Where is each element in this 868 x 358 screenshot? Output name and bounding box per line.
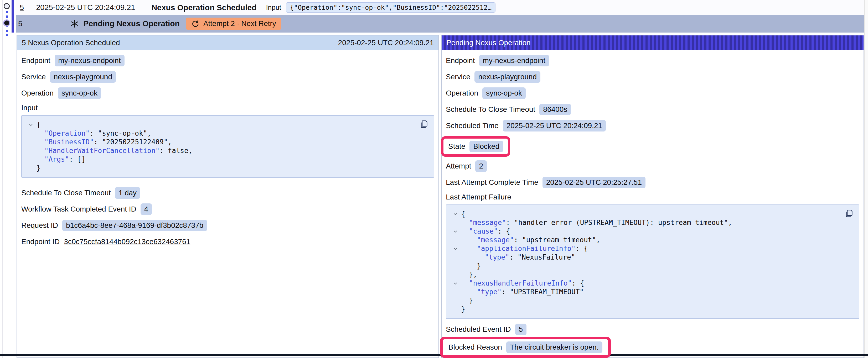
field-value-badge: b1c6a4bc-8ee7-468a-9169-df3b02c8737b — [62, 220, 207, 231]
retry-status-badge: Attempt 2 · Next Retry — [186, 18, 281, 30]
copy-button[interactable] — [420, 120, 429, 129]
workflow-history-window: 5 2025-02-25 UTC 20:24:09.21 Nexus Opera… — [0, 0, 868, 358]
failure-json-viewer: {"message": "handler error (UPSTREAM_TIM… — [446, 204, 859, 319]
json-line: "applicationFailureInfo": { — [450, 245, 840, 253]
state-highlight-annotation: State Blocked — [441, 136, 510, 157]
event-id-link[interactable]: 5 — [18, 20, 22, 28]
collapse-chevron-icon[interactable] — [450, 279, 461, 288]
collapse-chevron-icon[interactable] — [450, 245, 461, 253]
field-schedule-to-close-timeout: Schedule To Close Timeout 1 day — [21, 187, 434, 199]
field-label: Operation — [21, 89, 54, 97]
retry-badge-label: Attempt 2 · Next Retry — [203, 20, 276, 28]
field-operation: Operation sync-op-ok — [446, 88, 859, 99]
json-line: }, — [450, 270, 840, 279]
field-label: Schedule To Close Timeout — [21, 189, 111, 197]
window-bottom-edge-line — [0, 354, 868, 356]
field-label: Service — [21, 73, 46, 81]
json-line: "type": "UPSTREAM_TIMEOUT" — [450, 288, 840, 296]
scheduled-panel-title: 5 Nexus Operation Scheduled — [22, 39, 120, 47]
pending-panel-title: Pending Nexus Operation — [446, 39, 531, 47]
input-label: Input — [266, 3, 281, 11]
field-endpoint-id: Endpoint ID 3c0c75ccfa8144b092c13ce63246… — [21, 236, 434, 248]
endpoint-id-link[interactable]: 3c0c75ccfa8144b092c13ce632463761 — [64, 237, 190, 246]
event-timestamp: 2025-02-25 UTC 20:24:09.21 — [36, 3, 135, 12]
collapse-chevron-icon[interactable] — [25, 121, 36, 129]
copy-icon — [420, 120, 429, 129]
copy-button[interactable] — [845, 209, 854, 218]
field-service: Service nexus-playground — [446, 71, 859, 83]
field-endpoint: Endpoint my-nexus-endpoint — [21, 55, 434, 66]
copy-icon — [845, 209, 854, 218]
collapse-chevron-icon[interactable] — [450, 210, 461, 218]
field-value-badge: 5 — [515, 324, 527, 335]
scheduled-panel-timestamp: 2025-02-25 UTC 20:24:09.21 — [338, 39, 434, 47]
json-line-gutter — [25, 147, 36, 155]
json-line: "BusinessID": "20250225122409", — [25, 138, 415, 147]
json-line: { — [25, 121, 415, 129]
json-line-gutter — [450, 218, 461, 227]
json-line: } — [450, 305, 840, 314]
field-label: State — [448, 142, 465, 151]
field-operation: Operation sync-op-ok — [21, 88, 434, 99]
input-preview-pill[interactable]: {"Operation":"sync-op-ok","BusinessID":"… — [286, 2, 495, 12]
field-value-badge: 2 — [475, 160, 487, 172]
json-line: "nexusHandlerFailureInfo": { — [450, 279, 840, 288]
field-label: Endpoint ID — [21, 237, 60, 246]
input-section-label: Input — [21, 104, 434, 112]
field-label: Operation — [446, 89, 478, 97]
field-endpoint: Endpoint my-nexus-endpoint — [446, 55, 859, 66]
field-scheduled-event-id: Scheduled Event ID 5 — [446, 324, 859, 335]
field-label: Last Attempt Complete Time — [446, 178, 538, 187]
field-value-badge: my-nexus-endpoint — [55, 55, 125, 66]
timeline-filled-dot-icon[interactable] — [4, 21, 9, 26]
json-line-gutter — [25, 155, 36, 164]
json-line: "HandlerWaitForCancellation": false, — [25, 147, 415, 155]
json-line-gutter — [450, 296, 461, 305]
timeline-gutter-line — [2, 0, 3, 358]
json-line: "Operation": "sync-op-ok", — [25, 129, 415, 138]
selected-event-indicator-bar — [11, 0, 14, 33]
field-value-badge: 2025-02-25 UTC 20:24:09.21 — [503, 120, 606, 131]
field-scheduled-time: Scheduled Time 2025-02-25 UTC 20:24:09.2… — [446, 120, 859, 131]
input-json-viewer: {"Operation": "sync-op-ok","BusinessID":… — [21, 115, 434, 178]
field-schedule-to-close-timeout: Schedule To Close Timeout 86400s — [446, 104, 859, 115]
json-line-gutter — [450, 288, 461, 296]
blocked-reason-value-badge: The circuit breaker is open. — [506, 341, 602, 353]
json-line: "cause": { — [450, 227, 840, 236]
field-label: Workflow Task Completed Event ID — [21, 205, 136, 214]
json-line: } — [25, 164, 415, 172]
event-title: Nexus Operation Scheduled — [151, 3, 256, 12]
field-value-badge: 2025-02-25 UTC 20:25:27.51 — [542, 176, 646, 188]
field-label: Scheduled Event ID — [446, 325, 511, 334]
field-value-badge: 86400s — [539, 104, 571, 115]
field-label: Endpoint — [446, 57, 475, 65]
field-value-badge: my-nexus-endpoint — [479, 55, 549, 66]
event-detail-panel-scheduled: 5 Nexus Operation Scheduled 2025-02-25 U… — [17, 35, 439, 358]
json-line-gutter — [450, 253, 461, 262]
vertical-scrollbar[interactable] — [864, 0, 868, 358]
field-value-badge: sync-op-ok — [482, 88, 526, 99]
json-line-gutter — [450, 262, 461, 270]
json-line-gutter — [450, 270, 461, 279]
history-row-pending-nexus-operation[interactable]: 5 Pending Nexus Operation Attempt 2 · Ne… — [16, 15, 864, 33]
json-line-gutter — [25, 164, 36, 172]
json-line-gutter — [450, 236, 461, 245]
json-line: { — [450, 210, 840, 218]
field-label: Schedule To Close Timeout — [446, 105, 535, 113]
collapse-chevron-icon[interactable] — [450, 227, 461, 236]
field-label: Blocked Reason — [448, 343, 502, 352]
field-state: State Blocked — [446, 136, 859, 157]
field-value-badge: 4 — [141, 203, 152, 215]
pending-panel-header: Pending Nexus Operation — [442, 35, 864, 50]
json-line: "message": "handler error (UPSTREAM_TIME… — [450, 218, 840, 227]
timeline-open-circle-icon[interactable] — [4, 3, 10, 9]
pending-asterisk-icon — [70, 19, 79, 28]
scheduled-panel-header: 5 Nexus Operation Scheduled 2025-02-25 U… — [17, 35, 438, 50]
pending-event-title: Pending Nexus Operation — [83, 19, 180, 28]
history-row-nexus-operation-scheduled[interactable]: 5 2025-02-25 UTC 20:24:09.21 Nexus Opera… — [16, 0, 864, 15]
field-value-badge: sync-op-ok — [58, 88, 101, 99]
event-id-link[interactable]: 5 — [20, 3, 24, 12]
event-detail-panel-pending: Pending Nexus Operation Endpoint my-nexu… — [441, 35, 864, 358]
field-service: Service nexus-playground — [21, 71, 434, 83]
field-label: Request ID — [21, 221, 58, 230]
